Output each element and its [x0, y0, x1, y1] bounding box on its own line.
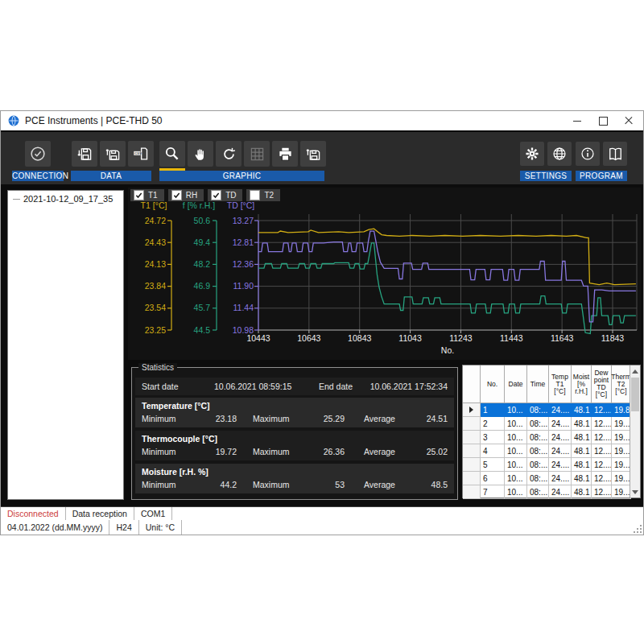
table-cell[interactable]: 10... — [505, 417, 527, 431]
table-cell[interactable]: 24.... — [549, 458, 572, 472]
minimize-button[interactable] — [564, 111, 590, 130]
print-graphic-button[interactable] — [272, 141, 298, 167]
load-data-button[interactable] — [100, 141, 126, 167]
table-row[interactable]: 210...08:...24....48.112....19.... — [463, 417, 640, 431]
table-cell[interactable]: 24.... — [549, 403, 572, 417]
grid-toggle-button[interactable] — [244, 141, 270, 167]
table-cell[interactable]: 08:... — [527, 403, 549, 417]
session-tree[interactable]: 2021-10-12_09_17_35 — [7, 190, 124, 500]
table-cell[interactable]: 08:... — [527, 485, 549, 499]
table-cell[interactable]: 24.... — [549, 472, 572, 485]
row-header-cell[interactable] — [463, 417, 481, 431]
table-cell[interactable]: 10... — [505, 444, 527, 458]
table-cell[interactable]: 7 — [481, 485, 505, 499]
table-row[interactable]: 310...08:...24....48.112....19.... — [463, 431, 640, 444]
scroll-down-button[interactable] — [630, 486, 640, 497]
table-cell[interactable]: 3 — [481, 431, 505, 444]
table-row[interactable]: 510...08:...24....48.112....19.... — [463, 458, 640, 472]
table-cell[interactable]: 08:... — [527, 472, 549, 485]
connect-button[interactable] — [25, 141, 51, 167]
save-graphic-button[interactable] — [300, 141, 326, 167]
table-cell[interactable]: 19.8 — [612, 403, 631, 417]
table-cell[interactable]: 1 — [481, 403, 505, 417]
table-cell[interactable]: 48.1 — [572, 444, 592, 458]
table-cell[interactable]: 19.... — [612, 485, 631, 499]
table-cell[interactable]: 48.1 — [572, 431, 592, 444]
pan-tool-button[interactable] — [188, 141, 213, 167]
row-header-cell[interactable] — [463, 403, 481, 417]
row-header-cell[interactable] — [463, 444, 481, 458]
table-cell[interactable]: 19.... — [612, 431, 631, 444]
row-header-cell[interactable] — [463, 472, 481, 485]
table-cell[interactable]: 12.... — [592, 403, 612, 417]
table-row[interactable]: 110...08:...24....48.112....19.8 — [463, 403, 640, 417]
resize-grip[interactable] — [633, 524, 642, 534]
table-cell[interactable]: 12.... — [592, 431, 612, 444]
scrollbar-thumb[interactable] — [631, 378, 639, 411]
table-row[interactable]: 410...08:...24....48.112....19.... — [463, 444, 640, 458]
table-cell[interactable]: 6 — [481, 472, 505, 485]
chart-plot[interactable]: 1044310643108431104311243114431164311843… — [128, 188, 641, 360]
table-cell[interactable]: 4 — [481, 444, 505, 458]
table-cell[interactable]: 08:... — [527, 458, 549, 472]
about-button[interactable] — [576, 142, 600, 166]
series-checkbox-td[interactable]: TD — [208, 189, 242, 201]
checkbox-unchecked-icon[interactable] — [250, 190, 260, 200]
table-cell[interactable]: 08:... — [527, 417, 549, 431]
table-cell[interactable]: 12.... — [592, 458, 612, 472]
scroll-up-button[interactable] — [630, 365, 640, 377]
maximize-button[interactable] — [590, 111, 616, 130]
table-cell[interactable]: 10... — [505, 431, 527, 444]
reset-view-button[interactable] — [216, 141, 242, 167]
table-cell[interactable]: 24.... — [549, 417, 572, 431]
close-button[interactable] — [616, 111, 642, 130]
table-cell[interactable]: 48.1 — [572, 403, 592, 417]
table-row[interactable]: 610...08:...24....48.112....19.... — [463, 472, 640, 485]
column-header[interactable]: Temp T1 [°C] — [549, 365, 572, 403]
column-header[interactable]: Moist [% r.H.] — [572, 365, 592, 403]
column-header[interactable]: Date — [505, 365, 527, 403]
table-cell[interactable]: 19.... — [612, 444, 631, 458]
row-header-cell[interactable] — [463, 431, 481, 444]
column-header[interactable]: No. — [481, 365, 505, 403]
table-cell[interactable]: 48.1 — [572, 458, 592, 472]
table-cell[interactable]: 48.1 — [572, 472, 592, 485]
column-header[interactable]: Dew point TD [°C] — [592, 365, 612, 403]
table-cell[interactable]: 12.... — [592, 485, 612, 499]
table-cell[interactable]: 12.... — [592, 444, 612, 458]
series-checkbox-t2[interactable]: T2 — [246, 189, 280, 201]
table-row[interactable]: 710...08:...24....48.112....19.... — [463, 485, 640, 499]
table-cell[interactable]: 48.1 — [572, 485, 592, 499]
table-cell[interactable]: 08:... — [527, 431, 549, 444]
table-cell[interactable]: 10... — [505, 403, 527, 417]
zoom-tool-button[interactable] — [159, 141, 185, 167]
table-cell[interactable]: 19.... — [612, 417, 631, 431]
settings-button[interactable] — [520, 142, 544, 166]
column-header[interactable]: Therm T2 [°C] — [612, 365, 631, 403]
table-cell[interactable]: 10... — [505, 458, 527, 472]
checkbox-checked-icon[interactable] — [211, 190, 221, 200]
export-csv-button[interactable]: CSV — [128, 141, 154, 167]
table-cell[interactable]: 48.1 — [572, 417, 592, 431]
checkbox-checked-icon[interactable] — [171, 190, 182, 200]
row-header-cell[interactable] — [463, 485, 481, 499]
table-cell[interactable]: 08:... — [527, 444, 549, 458]
tree-item-session[interactable]: 2021-10-12_09_17_35 — [8, 191, 123, 204]
table-cell[interactable]: 2 — [481, 417, 505, 431]
table-cell[interactable]: 19.... — [612, 458, 631, 472]
series-checkbox-t1[interactable]: T1 — [130, 189, 164, 201]
column-header[interactable]: Time — [527, 365, 549, 403]
table-cell[interactable]: 5 — [481, 458, 505, 472]
table-cell[interactable]: 24.... — [549, 431, 572, 444]
table-cell[interactable]: 24.... — [549, 444, 572, 458]
series-checkbox-rh[interactable]: RH — [168, 189, 204, 201]
manual-button[interactable] — [603, 142, 627, 166]
table-cell[interactable]: 10... — [505, 472, 527, 485]
table-scrollbar[interactable] — [630, 365, 640, 497]
table-cell[interactable]: 19.... — [612, 472, 631, 485]
table-cell[interactable]: 10... — [505, 485, 527, 499]
table-cell[interactable]: 12.... — [592, 472, 612, 485]
checkbox-checked-icon[interactable] — [134, 190, 144, 200]
language-button[interactable] — [547, 142, 572, 166]
save-data-button[interactable] — [72, 141, 97, 167]
